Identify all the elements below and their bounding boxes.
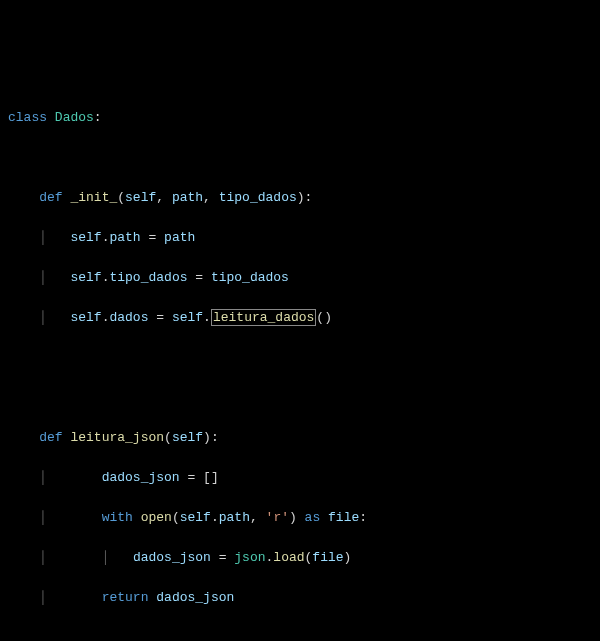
code-line [8, 348, 592, 368]
code-line: │ │ dados_json = json.load(file) [8, 548, 592, 568]
keyword-class: class [8, 110, 47, 125]
code-line [8, 628, 592, 641]
code-line: │ return dados_json [8, 588, 592, 608]
method-leitura-json: leitura_json [70, 430, 164, 445]
code-editor[interactable]: class Dados: def _init_(self, path, tipo… [8, 88, 592, 641]
code-line: │ with open(self.path, 'r') as file: [8, 508, 592, 528]
code-line: def leitura_json(self): [8, 428, 592, 448]
method-init: _init_ [70, 190, 117, 205]
code-line: │ dados_json = [] [8, 468, 592, 488]
code-line [8, 148, 592, 168]
class-name: Dados [55, 110, 94, 125]
code-line [8, 388, 592, 408]
code-line: def _init_(self, path, tipo_dados): [8, 188, 592, 208]
highlighted-call: leitura_dados [211, 309, 316, 326]
code-line: │ self.path = path [8, 228, 592, 248]
code-line: class Dados: [8, 108, 592, 128]
code-line: │ self.dados = self.leitura_dados() [8, 308, 592, 328]
code-line: │ self.tipo_dados = tipo_dados [8, 268, 592, 288]
